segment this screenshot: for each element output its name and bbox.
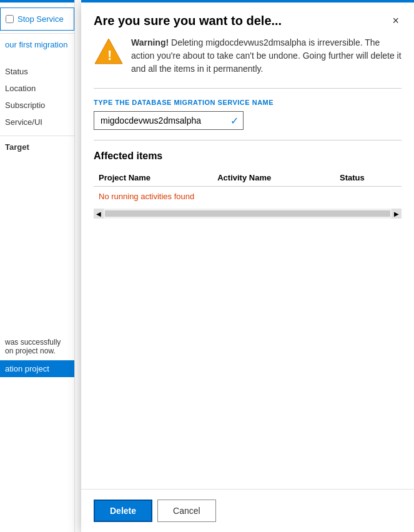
sidebar-target: Target bbox=[0, 135, 74, 158]
stop-service-label: Stop Service bbox=[17, 14, 64, 24]
sidebar-stop-service[interactable]: Stop Service bbox=[0, 7, 74, 31]
affected-items-title: Affected items bbox=[94, 150, 402, 162]
scrollbar-right-arrow[interactable]: ▶ bbox=[392, 209, 402, 219]
scrollbar-left-arrow[interactable]: ◀ bbox=[94, 209, 104, 219]
divider-1 bbox=[94, 88, 402, 89]
cancel-button[interactable]: Cancel bbox=[157, 500, 216, 522]
sidebar-nav-subscription[interactable]: Subscriptio bbox=[5, 97, 69, 114]
affected-items-table: Project Name Activity Name Status No run… bbox=[94, 169, 402, 206]
service-name-input[interactable] bbox=[94, 111, 244, 130]
modal-body: ! Warning! Deleting migdocdevwus2dmsalph… bbox=[81, 36, 414, 489]
modal-footer: Delete Cancel bbox=[81, 489, 414, 532]
sidebar: Stop Service our first migration Status … bbox=[0, 0, 75, 532]
col-activity-name: Activity Name bbox=[212, 169, 335, 187]
sidebar-bottom: was successfully on project now. ation p… bbox=[0, 333, 74, 377]
warning-text: Warning! Deleting migdocdevwus2dmsalpha … bbox=[131, 36, 402, 76]
svg-text:!: ! bbox=[107, 47, 112, 63]
modal-close-button[interactable]: × bbox=[390, 12, 402, 29]
stop-service-checkbox[interactable] bbox=[6, 15, 14, 23]
sidebar-nav-service-ui[interactable]: Service/UI bbox=[5, 114, 69, 131]
sidebar-ation-project[interactable]: ation project bbox=[0, 360, 74, 377]
type-label: TYPE THE DATABASE MIGRATION SERVICE NAME bbox=[94, 99, 402, 106]
modal-dialog: Are you sure you want to dele... × ! War… bbox=[81, 0, 414, 532]
sidebar-nav-location[interactable]: Location bbox=[5, 80, 69, 97]
modal-title: Are you sure you want to dele... bbox=[94, 14, 282, 28]
horizontal-scrollbar[interactable]: ◀ ▶ bbox=[94, 209, 402, 219]
sidebar-nav: Status Location Subscriptio Service/UI bbox=[0, 56, 74, 131]
col-status: Status bbox=[335, 169, 402, 187]
warning-icon: ! bbox=[94, 36, 124, 66]
sidebar-success-text: was successfully on project now. bbox=[0, 333, 74, 360]
scrollbar-track[interactable] bbox=[105, 210, 390, 217]
sidebar-migration-text: our first migration bbox=[0, 33, 74, 56]
check-icon: ✓ bbox=[230, 115, 239, 127]
modal-header: Are you sure you want to dele... × bbox=[81, 2, 414, 36]
sidebar-nav-status[interactable]: Status bbox=[5, 63, 69, 80]
sidebar-top-bar bbox=[0, 0, 74, 2]
col-project-name: Project Name bbox=[94, 169, 212, 187]
delete-button[interactable]: Delete bbox=[94, 500, 152, 522]
divider-2 bbox=[94, 140, 402, 140]
warning-section: ! Warning! Deleting migdocdevwus2dmsalph… bbox=[94, 36, 402, 76]
no-activities-message: No running activities found bbox=[94, 187, 402, 207]
service-name-input-wrapper: ✓ bbox=[94, 111, 244, 130]
